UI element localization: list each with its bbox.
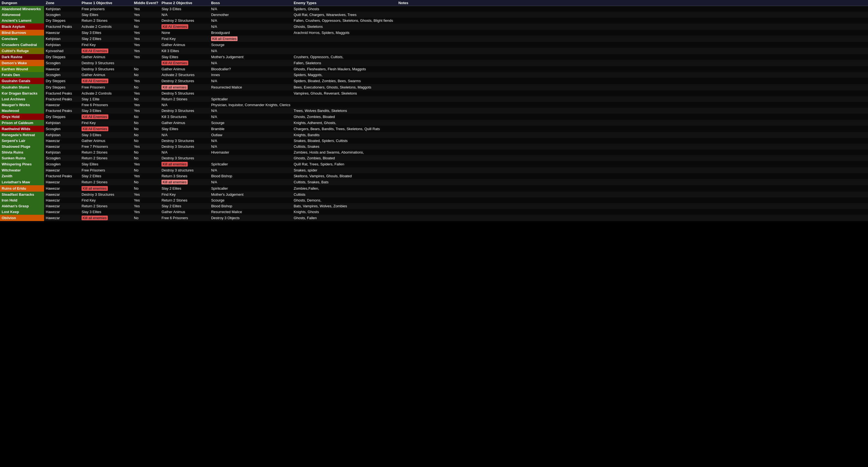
dungeon-name: Akkhan's Grasp [0, 203, 44, 209]
enemy-types: Cultists, Snakes [292, 144, 397, 149]
notes [397, 120, 868, 126]
zone: Hawezar [44, 185, 80, 192]
zone: Hawezar [44, 209, 80, 215]
zone: Kehjistan [44, 149, 80, 155]
header-phase2: Phase 2 Objective [160, 0, 210, 6]
phase2-objective: Return 2 Stones [160, 197, 210, 203]
phase2-objective: N/A [160, 132, 210, 138]
header-zone: Zone [44, 0, 80, 6]
phase2-objective: Free 6 Prisoners [160, 215, 210, 221]
zone: Kehjistan [44, 132, 80, 138]
dungeon-name: Maugan's Works [0, 102, 44, 108]
phase1-objective: Return 2 Stones [80, 18, 132, 23]
middle-event: No [132, 126, 160, 132]
enemy-types: Knights, Adherent, Ghosts, [292, 120, 397, 126]
phase2-objective: Activate 2 Structures [160, 72, 210, 78]
zone: Fractured Peaks [44, 173, 80, 179]
boss: Kill all Enemies [210, 35, 292, 42]
phase1-objective: Return 2 Stones [80, 155, 132, 161]
boss: Outlaw [210, 132, 292, 138]
notes [397, 66, 868, 72]
zone: Kyovashad [44, 48, 80, 54]
notes [397, 114, 868, 120]
enemy-types: Fallen, Skeletons [292, 60, 397, 66]
phase2-objective: Kill 3 Structures [160, 114, 210, 120]
zone: Hawezar [44, 215, 80, 221]
enemy-types: Vampires, Ghouls, Revenant, Skeletons [292, 90, 397, 96]
notes [397, 179, 868, 185]
boss: Resurrected Malice [210, 84, 292, 90]
table-row: Renegade's RetreatKehjistanSlay 3 Elites… [0, 132, 868, 138]
phase1-objective: Find Key [80, 42, 132, 48]
table-row: Guulrahn CanalsDry SteppesKill All Enemi… [0, 78, 868, 84]
boss: Bramble [210, 126, 292, 132]
zone: Hawezar [44, 66, 80, 72]
table-row: AldurwoodScosglenSlay ElitesYesN/ADenmot… [0, 12, 868, 18]
notes [397, 78, 868, 84]
enemy-types: Knights, Bandits [292, 132, 397, 138]
notes [397, 72, 868, 78]
middle-event: No [132, 215, 160, 221]
middle-event [132, 60, 160, 66]
enemy-types: Knights, Ghosts [292, 209, 397, 215]
phase1-objective: Slay Elites [80, 161, 132, 167]
header-phase1: Phase 1 Objective [80, 0, 132, 6]
notes [397, 35, 868, 42]
phase1-objective: Slay 2 Elites [80, 173, 132, 179]
dungeon-name: Conclave [0, 35, 44, 42]
phase2-objective: N/A [160, 12, 210, 18]
notes [397, 209, 868, 215]
boss: Bloodcaller? [210, 66, 292, 72]
phase2-objective: Destroy 3 Structures [160, 144, 210, 149]
notes [397, 30, 868, 35]
enemy-types [292, 48, 397, 54]
phase1-objective: Kill all enemies [80, 215, 132, 221]
table-row: Whispering PinesScosglenSlay ElitesYesKi… [0, 161, 868, 167]
middle-event: No [132, 138, 160, 144]
middle-event: Yes [132, 12, 160, 18]
phase2-objective: Destroy 2 Structures [160, 18, 210, 23]
zone: Hawezar [44, 30, 80, 35]
notes [397, 48, 868, 54]
table-row: Guulrahn SlumsDry SteppesFree PrisonersN… [0, 84, 868, 90]
middle-event: Yes [132, 18, 160, 23]
enemy-types [292, 96, 397, 102]
notes [397, 149, 868, 155]
phase2-objective: N/A [160, 102, 210, 108]
zone: Hawezar [44, 102, 80, 108]
dungeon-name: Cultist's Refuge [0, 48, 44, 54]
notes [397, 126, 868, 132]
enemy-types: Snakes, spider [292, 167, 397, 173]
middle-event: Yes [132, 90, 160, 96]
table-row: OblivionHawezarKill all enemiesNoFree 6 … [0, 215, 868, 221]
notes [397, 197, 868, 203]
dungeon-name: Leviathan's Maw [0, 179, 44, 185]
phase1-objective: Free prisoners [80, 6, 132, 12]
phase2-objective: Gather Animus [160, 42, 210, 48]
boss: N/A [210, 48, 292, 54]
enemy-types [292, 102, 397, 108]
phase2-objective: Return 2 Stones [160, 96, 210, 102]
boss: Denmother [210, 12, 292, 18]
zone: Scosglen [44, 60, 80, 66]
zone: Kehjistan [44, 120, 80, 126]
table-row: Lost KeepHawezarSlay 3 ElitesYesGather A… [0, 209, 868, 215]
table-row: ZenithFractured PeaksSlay 2 ElitesYesRet… [0, 173, 868, 179]
boss: N/A [210, 144, 292, 149]
zone: Dry Steppes [44, 54, 80, 60]
dungeon-name: Zenith [0, 173, 44, 179]
table-row: Ruins of EriduHawezarKill all enemiesNoS… [0, 185, 868, 192]
enemy-types: Cultists [292, 192, 397, 197]
zone: Fractured Peaks [44, 108, 80, 114]
middle-event: No [132, 84, 160, 90]
phase1-objective: Find Key [80, 120, 132, 126]
phase2-objective: Kill all enemies [160, 84, 210, 90]
table-row: Blind BurrowsHawezarSlay 3 ElitesYesNone… [0, 30, 868, 35]
table-row: Raethwind WildsScosglenKill All EnemiesN… [0, 126, 868, 132]
table-row: Ferals DenScosglenGather AnimusNoActivat… [0, 72, 868, 78]
enemy-types: Ghosts, Zombies, Bloated [292, 114, 397, 120]
phase1-objective: Activate 2 Controls [80, 23, 132, 30]
dungeon-name: Blind Burrows [0, 30, 44, 35]
enemy-types: Spiders, Bloated, Zombies, Bees, Swarms [292, 78, 397, 84]
phase1-objective: Slay 1 Elite [80, 96, 132, 102]
